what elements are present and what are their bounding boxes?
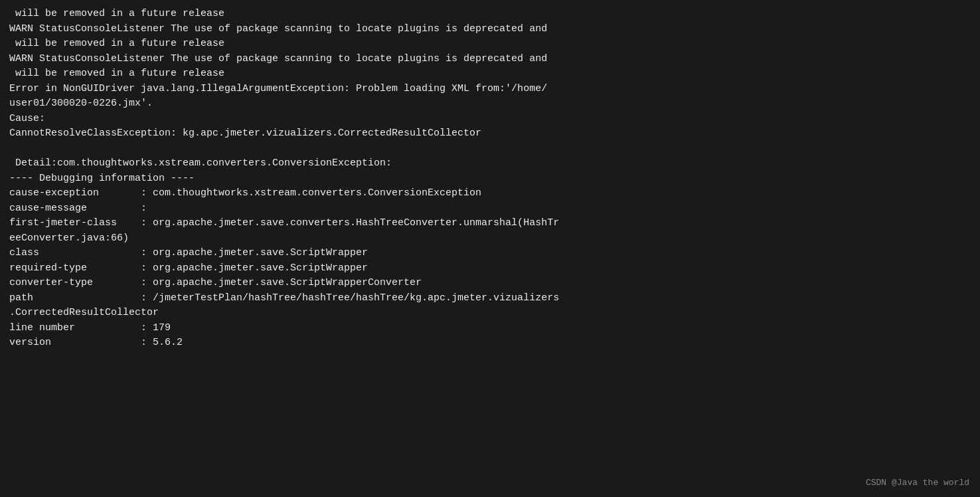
terminal-output: will be removed in a future release WARN… bbox=[9, 7, 971, 351]
watermark: CSDN @Java the world bbox=[866, 476, 969, 490]
